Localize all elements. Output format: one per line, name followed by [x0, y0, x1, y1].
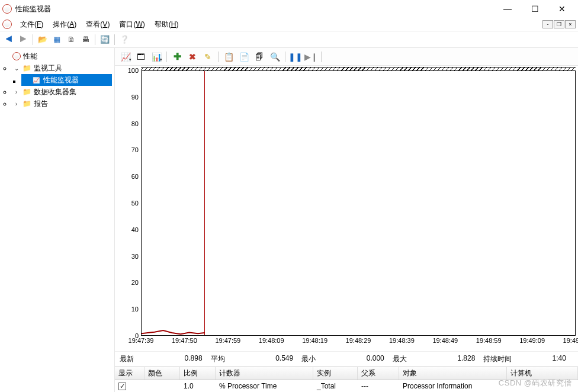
window-title: 性能监视器	[15, 4, 51, 14]
mdi-minimize-button[interactable]: -	[542, 20, 553, 28]
chevron-right-icon: ›	[13, 101, 20, 107]
workspace: 性能 ⌄ 📁 监视工具 📈	[0, 48, 578, 392]
highlight-button[interactable]: ✎	[201, 50, 215, 63]
mdi-restore-button[interactable]: ❐	[554, 20, 564, 28]
tree-label: 性能	[23, 52, 37, 62]
mdi-close-button[interactable]: ×	[565, 20, 576, 28]
col-object[interactable]: 对象	[399, 367, 507, 380]
navigation-tree[interactable]: 性能 ⌄ 📁 监视工具 📈	[0, 48, 115, 392]
perfmon-icon: 📈	[31, 75, 41, 85]
refresh-button[interactable]: 🔄	[98, 33, 111, 46]
col-parent[interactable]: 父系	[358, 367, 399, 380]
folder-icon: 📁	[22, 99, 31, 108]
tree-node-reports[interactable]: › 📁 报告	[12, 98, 112, 110]
show-checkbox[interactable]: ✓	[118, 383, 126, 390]
col-show[interactable]: 显示	[115, 367, 144, 380]
menu-window[interactable]: 窗口(W)	[115, 18, 148, 31]
freeze-button[interactable]: ❚❚	[288, 50, 303, 63]
chart-plot[interactable]	[141, 70, 576, 336]
add-counter-button[interactable]: ✚	[170, 50, 184, 63]
stat-dur-label: 持续时间	[483, 354, 512, 364]
stat-latest-label: 最新	[120, 354, 134, 364]
chevron-right-icon: ›	[13, 89, 20, 95]
chart-series-line	[142, 71, 575, 335]
cell-counter: % Processor Time	[216, 382, 313, 390]
tree-node-performance[interactable]: 性能	[2, 50, 112, 62]
tree-label: 数据收集器集	[34, 87, 76, 97]
close-button[interactable]: ✕	[548, 0, 576, 18]
stat-min-label: 最小	[301, 354, 316, 364]
help-button[interactable]: ❔	[118, 33, 131, 46]
clear-display-button[interactable]: 🗔	[134, 50, 148, 63]
stats-bar: 最新0.898 平均0.549 最小0.000 最大1.828 持续时间1:40	[115, 351, 578, 367]
back-button[interactable]: ⯇	[2, 33, 15, 46]
print-button[interactable]: 🖶	[79, 33, 92, 46]
stat-avg-label: 平均	[211, 354, 225, 364]
chart-cursor-line	[204, 71, 205, 335]
counter-table: 显示 颜色 比例 计数器 实例 父系 对象 计算机 ✓ 1.0 % Proces…	[115, 367, 578, 392]
chart-toolbar: 📈▾ 🗔 📊▾ ✚ ✖ ✎ 📋 📄 🗐 🔍 ❚❚ ▶❙	[115, 48, 578, 66]
col-instance[interactable]: 实例	[313, 367, 358, 380]
cell-object: Processor Information	[399, 382, 507, 390]
up-button[interactable]: 📂	[36, 33, 49, 46]
tree-node-perf-monitor[interactable]: 📈 性能监视器	[21, 74, 112, 86]
folder-icon: 📁	[22, 87, 31, 97]
tree-label: 报告	[34, 99, 48, 109]
app-menu-icon	[2, 20, 12, 29]
delete-counter-button[interactable]: ✖	[185, 50, 200, 63]
tree-node-data-collector[interactable]: › 📁 数据收集器集	[12, 86, 112, 98]
stat-min-value: 0.000	[367, 354, 384, 364]
folder-icon: 📁	[22, 63, 31, 73]
copy-button[interactable]: 📋	[221, 50, 236, 63]
menu-view[interactable]: 查看(V)	[82, 18, 113, 31]
perf-root-icon	[12, 52, 21, 60]
stat-max-value: 1.828	[457, 354, 475, 364]
maximize-button[interactable]: ☐	[521, 0, 548, 18]
chart-top-hatch	[141, 67, 576, 71]
export-button[interactable]: 🗎	[65, 33, 78, 46]
y-axis: 1009080706050403020100	[120, 70, 141, 336]
col-computer[interactable]: 计算机	[507, 367, 578, 380]
title-bar: 性能监视器 — ☐ ✕	[0, 0, 578, 18]
x-axis: 19:47:3919:47:5019:47:5919:48:0919:48:19…	[141, 336, 576, 346]
graph-type-button[interactable]: 📊▾	[149, 50, 163, 63]
tree-label: 性能监视器	[43, 75, 79, 85]
col-color[interactable]: 颜色	[144, 367, 180, 380]
counter-table-header[interactable]: 显示 颜色 比例 计数器 实例 父系 对象 计算机	[115, 367, 578, 380]
tree-node-monitor-tools[interactable]: ⌄ 📁 监视工具	[12, 62, 112, 74]
menu-bar: 文件(F) 操作(A) 查看(V) 窗口(W) 帮助(H) - ❐ ×	[0, 18, 578, 31]
chevron-down-icon	[4, 53, 10, 60]
spacer	[23, 77, 29, 83]
forward-button[interactable]: ⯈	[17, 33, 30, 46]
stat-latest-value: 0.898	[185, 354, 203, 364]
view-current-button[interactable]: 📈▾	[118, 50, 133, 63]
properties-button[interactable]: 🗐	[252, 50, 266, 63]
minimize-button[interactable]: —	[494, 0, 521, 18]
cell-instance: _Total	[313, 382, 358, 390]
show-hide-tree-button[interactable]: ▦	[50, 33, 63, 46]
tree-label: 监视工具	[34, 63, 62, 73]
cell-scale: 1.0	[180, 382, 216, 390]
stat-max-label: 最大	[393, 354, 407, 364]
update-button[interactable]: ▶❙	[304, 50, 318, 63]
app-icon	[2, 4, 12, 14]
chevron-down-icon: ⌄	[13, 65, 20, 72]
stat-avg-value: 0.549	[275, 354, 293, 364]
zoom-button[interactable]: 🔍	[268, 50, 282, 63]
col-counter[interactable]: 计数器	[216, 367, 313, 380]
stat-dur-value: 1:40	[553, 354, 566, 364]
col-scale[interactable]: 比例	[180, 367, 216, 380]
chart-area[interactable]: 1009080706050403020100 19:47:3919:47:501…	[115, 66, 578, 351]
cell-parent: ---	[358, 382, 399, 390]
counter-table-row[interactable]: ✓ 1.0 % Processor Time _Total --- Proces…	[115, 380, 578, 392]
menu-action[interactable]: 操作(A)	[49, 18, 80, 31]
main-toolbar: ⯇ ⯈ 📂 ▦ 🗎 🖶 🔄 ❔	[0, 31, 578, 48]
menu-help[interactable]: 帮助(H)	[151, 18, 182, 31]
menu-file[interactable]: 文件(F)	[17, 18, 47, 31]
paste-button[interactable]: 📄	[237, 50, 251, 63]
content-pane: 📈▾ 🗔 📊▾ ✚ ✖ ✎ 📋 📄 🗐 🔍 ❚❚ ▶❙ 100908070605…	[115, 48, 578, 392]
